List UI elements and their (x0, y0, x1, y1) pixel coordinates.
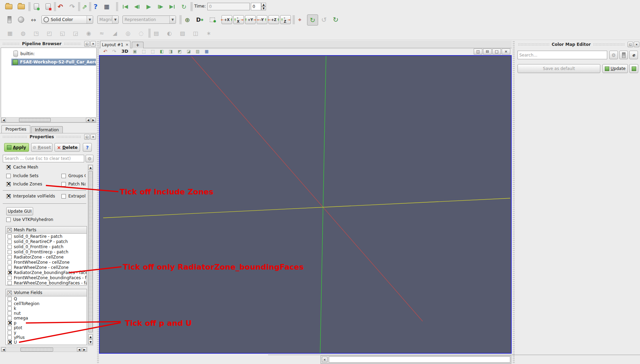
close-dock-icon[interactable]: × (90, 134, 96, 140)
view-plus-x-button[interactable]: ←+X↑ (221, 15, 232, 24)
zoom-to-data-icon[interactable]: ⊕ (183, 15, 192, 24)
select-frustum-points-icon[interactable]: ◨ (167, 48, 174, 54)
frame-spin-arrows[interactable]: ▲ ▼ (261, 3, 266, 10)
zoom-closest-icon[interactable]: D◉ (195, 15, 204, 24)
colormap-search-input[interactable] (518, 51, 607, 59)
pipeline-item-builtin[interactable]: builtin: (13, 51, 35, 57)
mesh-part-row[interactable]: RearWheelZone - cellZone (6, 265, 87, 270)
volume-field-row[interactable]: y (6, 330, 87, 335)
mesh-part-row[interactable]: solid_0_Fronttire - patch (6, 244, 87, 249)
play-button[interactable]: ▶ (144, 2, 153, 11)
mesh-part-row[interactable]: FrontWheelZone_boundingFaces - fa (6, 275, 87, 280)
volume-field-row[interactable]: cellToRegion (6, 301, 87, 306)
close-tab-icon[interactable]: × (126, 42, 129, 47)
properties-search-input[interactable] (3, 155, 84, 162)
edit-colormap-e-icon[interactable]: e (629, 51, 638, 59)
volume-fields-header[interactable]: Volume Fields (6, 289, 87, 296)
volume-field-row[interactable]: ptot (6, 325, 87, 330)
split-vertical-button[interactable]: ⊟ (483, 49, 492, 54)
set-rotation-center-icon[interactable]: ⌖ (295, 15, 304, 24)
mesh-part-row[interactable]: RearWheelZone_boundingFaces - fac (6, 280, 87, 285)
toggle-legend-table-icon[interactable]: ▦ (203, 48, 210, 54)
colormap-options-gear-icon[interactable]: ⚙ (609, 51, 618, 59)
rescale-range-icon[interactable]: ↔ (29, 15, 38, 24)
select-polygon-points-icon[interactable]: ◪ (185, 48, 192, 54)
tab-information[interactable]: Information (31, 126, 63, 133)
extrapolate-patches-checkbox[interactable]: Extrapolate Patches (61, 194, 86, 199)
volume-field-row[interactable]: Q (6, 296, 87, 301)
patch-names-checkbox[interactable]: Patch Names (61, 182, 86, 186)
select-surface-points-icon[interactable]: ⬚ (149, 48, 156, 54)
tab-properties[interactable]: Properties (1, 125, 30, 133)
select-frustum-cells-icon[interactable]: ◧ (158, 48, 165, 54)
open-file-icon[interactable] (4, 2, 13, 11)
volume-field-row[interactable]: yPlus (6, 335, 87, 340)
layout-tab[interactable]: Layout #1 × (100, 41, 130, 48)
previous-frame-button[interactable]: ◀ (132, 2, 141, 11)
toggle-color-legend-icon[interactable] (5, 15, 14, 24)
select-surface-cells-icon[interactable]: ⬚ (140, 48, 147, 54)
use-vtkpolyhedron-checkbox[interactable]: Use VTKPolyhedron (6, 217, 53, 222)
message-field[interactable] (329, 356, 510, 363)
restore-defaults-button[interactable] (629, 64, 638, 73)
mode-3d-label[interactable]: 3D (120, 48, 129, 54)
include-sets-checkbox[interactable]: Include Sets (6, 173, 38, 178)
pipeline-item-source[interactable]: FSAE-Workshop-S2-Full_Car_Aeroc (11, 59, 96, 65)
interpolate-volfields-checkbox[interactable]: Interpolate volFields (6, 194, 55, 199)
help-icon[interactable]: ? (91, 2, 100, 11)
float-dock-icon[interactable]: ◱ (84, 41, 90, 47)
selection-icon[interactable]: ▦ (102, 2, 111, 11)
view-plus-z-button[interactable]: ←+Z↑ (268, 15, 279, 24)
maximize-view-button[interactable]: □ (492, 49, 501, 54)
view-minus-x-button[interactable]: ↑-X→ (233, 15, 244, 24)
volume-field-row[interactable]: omega (6, 316, 87, 321)
update-gui-button[interactable]: Update GUI (6, 207, 33, 215)
mesh-part-row[interactable]: solid_0_ReartireCP - patch (6, 239, 87, 244)
save-state-icon[interactable] (17, 2, 26, 11)
include-zones-checkbox[interactable]: Include Zones (6, 182, 42, 186)
add-layout-tab[interactable]: + (132, 42, 144, 48)
render-view-combo-icon[interactable] (619, 51, 628, 59)
redo-icon[interactable]: ↷ (68, 2, 77, 11)
first-frame-button[interactable]: ◀ (121, 2, 130, 11)
close-dock-icon[interactable]: × (90, 41, 96, 47)
edit-color-map-icon[interactable] (17, 15, 26, 24)
split-horizontal-button[interactable]: ◫ (474, 49, 482, 54)
camera-undo-icon[interactable]: ↶ (102, 48, 109, 54)
float-dock-icon[interactable]: ◱ (84, 134, 90, 140)
volume-field-row[interactable]: p (6, 321, 87, 325)
loop-button[interactable]: ↻ (179, 2, 188, 11)
float-dock-icon[interactable]: ◱ (628, 42, 633, 47)
mesh-part-row[interactable]: RadiatorZone - cellZone (6, 254, 87, 260)
auto-apply-icon[interactable]: ⇗ (80, 2, 89, 11)
next-frame-button[interactable]: ▶ (156, 2, 165, 11)
mesh-part-row[interactable]: solid_0_Fronttirecp - patch (6, 249, 87, 254)
mesh-parts-header[interactable]: Mesh Parts (6, 226, 87, 234)
render-viewport[interactable] (99, 55, 512, 354)
volume-field-row[interactable]: nut (6, 311, 87, 316)
volume-fields-tristate-checkbox[interactable] (7, 291, 12, 295)
disconnect-server-icon[interactable] (43, 2, 52, 11)
mesh-part-row[interactable]: RadiatorZone_boundingFaces - faces (6, 270, 87, 275)
last-frame-button[interactable]: ▶ (168, 2, 177, 11)
connect-server-icon[interactable] (32, 2, 41, 11)
color-by-combobox[interactable]: Solid Color ▼ (41, 16, 93, 24)
properties-help-button[interactable]: ? (83, 143, 92, 152)
select-polygon-cells-icon[interactable]: ◩ (176, 48, 183, 54)
pipeline-hscrollbar[interactable]: ◀ ◀ ▶ (1, 117, 97, 122)
search-options-gear-icon[interactable]: ⚙ (86, 155, 93, 162)
groups-only-checkbox[interactable]: Groups Only (61, 173, 86, 178)
interactive-select-icon[interactable]: ▨ (194, 48, 201, 54)
view-plus-y-button[interactable]: ↑+Y→ (245, 15, 256, 24)
frame-spinbox[interactable] (251, 3, 261, 10)
volume-field-row[interactable]: k (6, 306, 87, 311)
view-minus-y-button[interactable]: ←-Y↑ (257, 15, 267, 24)
mesh-parts-tristate-checkbox[interactable] (7, 228, 12, 232)
properties-hscrollbar[interactable]: ◀ ◀ ▶ (1, 347, 88, 352)
close-dock-icon[interactable]: × (634, 42, 639, 47)
zoom-to-box-icon[interactable]: ● (208, 15, 217, 24)
undo-icon[interactable]: ↶ (56, 2, 65, 11)
colormap-update-button[interactable]: Update (602, 64, 628, 73)
mesh-part-row[interactable]: FrontWheelZone - cellZone (6, 260, 87, 265)
camera-rotate-toggle-icon[interactable]: ↻ (307, 14, 318, 26)
